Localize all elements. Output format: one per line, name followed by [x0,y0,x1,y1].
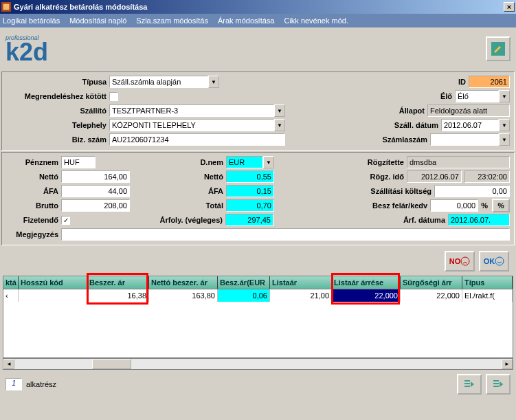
cell-surgosegi: 22,000 [401,289,462,302]
penznem-value[interactable]: HUF [61,156,96,168]
afa2-value[interactable]: 0,15 [226,185,274,197]
scroll-thumb[interactable] [92,359,131,369]
bizszam-value[interactable]: AU21206071234 [109,133,285,146]
col-beszer-ar[interactable]: Beszer. ár [87,276,149,289]
window-title: Gyári alkatrész betárolás módosítása [14,3,147,11]
col-listaar-arres[interactable]: Listaár árrése [332,276,401,289]
netto-value[interactable]: 164,00 [61,170,130,183]
telephely-value: KÖZPONTI TELEPHELY [109,119,274,131]
col-netto-beszer[interactable]: Nettó beszer. ár [149,276,218,289]
smile-icon [495,256,504,266]
logo-title: k2d [5,41,48,63]
header-panel: Típusa Száll.számla alapján ▼ ID 2061 Me… [1,71,515,151]
szalldatum-combo[interactable]: 2012.06.07 ▼ [441,119,510,131]
ok-label: OK [484,257,495,265]
cell-beszer-ar: 16,38 [87,289,149,302]
rogzido-label: Rögz. idő [352,173,407,181]
percent-label: % [481,201,488,210]
arrow-left-list-icon [463,379,475,389]
next-page-button[interactable] [486,374,511,395]
svg-rect-1 [3,4,10,10]
app-icon [1,2,11,12]
cell-listaar: 21,00 [270,289,332,302]
total-label: Totál [178,201,226,210]
grid-body[interactable]: ‹ 16,38 163,80 0,06 21,00 22,000 22,000 … [3,289,513,358]
no-button[interactable]: NO [445,251,475,272]
pager: 1 alkatrész [5,378,56,390]
chevron-down-icon[interactable]: ▼ [263,156,274,168]
scroll-track[interactable] [14,359,502,369]
col-kta[interactable]: ktá [3,276,19,289]
elo-value: Élő [455,90,499,102]
frown-icon [460,256,470,266]
megjegy-value[interactable] [61,228,510,241]
megrend-checkbox[interactable] [109,92,118,101]
fizetendo-checkbox[interactable]: ✓ [61,216,70,225]
brutto-value[interactable]: 208,00 [61,199,130,212]
amounts-panel: Pénznem HUF D.nem EUR ▼ Rögzítette dmsdb… [1,152,515,245]
percent-button[interactable]: % [492,199,510,212]
arfdatum-value[interactable]: 2012.06.07. [448,214,510,226]
title-bar: Gyári alkatrész betárolás módosítása × [0,0,516,14]
horizontal-scrollbar[interactable]: ◄ ► [3,358,513,370]
dnem-combo[interactable]: EUR ▼ [226,156,274,168]
afa2-label: ÁFA [178,187,226,195]
dnem-label: D.nem [178,158,226,166]
footer: 1 alkatrész [0,370,516,399]
logo: professional k2d [5,34,48,63]
rogzido-date: 2012.06.07 [407,170,462,183]
cell-netto-beszer: 163,80 [149,289,218,302]
chevron-down-icon[interactable]: ▼ [499,90,510,102]
col-listaar[interactable]: Listaár [270,276,332,289]
szallito-lookup-icon[interactable]: ▼ [274,104,285,117]
ok-button[interactable]: OK [479,251,509,272]
chevron-down-icon[interactable]: ▼ [499,119,510,131]
cell-besz-ar-eur: 0,06 [218,289,270,302]
menu-item-szlaszam[interactable]: Szla.szam módosítás [136,16,208,25]
col-surgosegi[interactable]: Sürgőségi árr [401,276,462,289]
scroll-left-icon[interactable]: ◄ [3,359,14,369]
menu-item-logikai[interactable]: Logikai betárolás [3,16,60,25]
rogzitette-label: Rögzítette [352,158,407,166]
menu-bar: Logikai betárolás Módosítási napló Szla.… [0,14,516,27]
total-value[interactable]: 0,70 [226,199,274,212]
no-label: NO [449,257,461,265]
edit-button[interactable] [486,36,511,61]
szamlaszam-value[interactable] [430,133,499,146]
arfoly-value[interactable]: 297,45 [225,214,273,226]
szallktg-label: Szállítási költség [352,187,434,195]
tipusa-combo[interactable]: Száll.számla alapján ▼ [109,76,219,88]
dialog-buttons: NO OK [0,247,516,276]
beszfelar-value[interactable]: 0,000 [430,199,478,212]
szamlaszam-label: Számlaszám [368,135,430,144]
szallito-value[interactable]: TESZTPARTNER-3 [109,104,274,117]
tipusa-label: Típusa [6,78,109,86]
netto-label: Nettó [6,173,61,181]
prev-page-button[interactable] [457,374,482,395]
table-row[interactable]: ‹ 16,38 163,80 0,06 21,00 22,000 22,000 … [3,289,513,302]
elo-combo[interactable]: Élő ▼ [455,90,510,102]
close-button[interactable]: × [504,2,515,12]
percent-button-label: % [497,201,504,210]
arfdatum-label: Árf. dátuma [372,216,448,224]
chevron-down-icon[interactable]: ▼ [274,119,285,131]
chevron-down-icon[interactable]: ▼ [208,76,219,88]
netto2-value[interactable]: 0,55 [226,170,274,183]
szamlaszam-lookup-icon[interactable]: ▼ [499,133,510,146]
scroll-right-icon[interactable]: ► [502,359,513,369]
page-number[interactable]: 1 [5,378,22,390]
grid-header: ktá Hosszú kód Beszer. ár Nettó beszer. … [3,276,513,289]
menu-item-arak[interactable]: Árak módosítása [218,16,275,25]
megrend-label: Megrendeléshez kötött [6,92,109,100]
netto2-label: Nettó [178,173,226,181]
col-besz-ar-eur[interactable]: Besz.ár(EUR [218,276,270,289]
menu-item-cikknev[interactable]: Cikk nevének mód. [284,16,348,25]
telephely-combo[interactable]: KÖZPONTI TELEPHELY ▼ [109,119,285,131]
szallktg-value[interactable]: 0,00 [434,185,510,197]
menu-item-modositasi[interactable]: Módosítási napló [69,16,126,25]
afa-value[interactable]: 44,00 [61,185,130,197]
arfoly-label: Árfoly. (végleges) [118,216,225,224]
col-tipus[interactable]: Típus [462,276,513,289]
rogzitette-value: dmsdba [407,156,510,168]
col-hosszu-kod[interactable]: Hosszú kód [19,276,87,289]
